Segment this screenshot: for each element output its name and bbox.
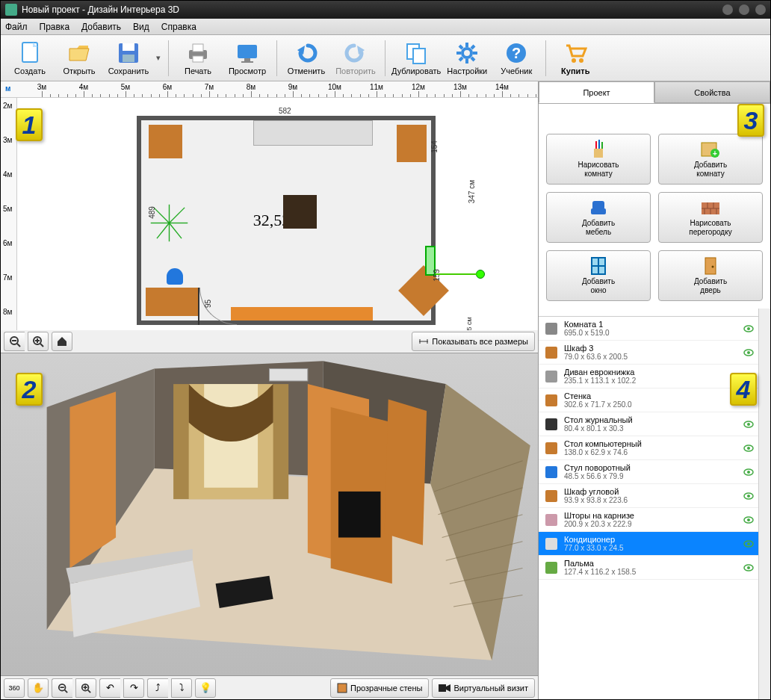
visibility-eye-icon[interactable] (743, 516, 754, 524)
tilt-up-button[interactable]: ⤴ (147, 678, 168, 698)
list-item[interactable]: Шкаф 379.0 x 63.6 x 200.5 (539, 341, 758, 365)
zoom-out-button[interactable] (4, 332, 25, 351)
svg-rect-100 (545, 323, 557, 335)
list-item[interactable]: Стол компьютерный138.0 x 62.9 x 74.6 (539, 436, 758, 460)
add-room-button[interactable]: + Добавитькомнату (658, 134, 763, 185)
visibility-eye-icon[interactable] (743, 445, 754, 452)
save-button[interactable]: Сохранить (105, 37, 152, 80)
svg-point-27 (579, 58, 583, 63)
svg-point-120 (747, 471, 750, 474)
list-item[interactable]: Шкаф угловой93.9 x 93.8 x 223.6 (539, 484, 758, 508)
chair-icon (543, 464, 560, 480)
corner-wardrobe-plan[interactable] (397, 125, 427, 162)
print-button[interactable]: Печать (175, 37, 221, 80)
object-name: Стол журнальный (564, 415, 739, 424)
menu-file[interactable]: Файл (5, 22, 28, 32)
add-window-button[interactable]: Добавитьокно (546, 250, 651, 301)
zoom-in-3d-button[interactable] (75, 678, 96, 698)
tab-project[interactable]: Проект (539, 81, 654, 103)
preview-button[interactable]: Просмотр (224, 37, 270, 80)
list-item[interactable]: Шторы на карнизе200.9 x 20.3 x 222.9 (539, 508, 758, 532)
visibility-eye-icon[interactable] (743, 492, 754, 500)
home-button[interactable] (52, 332, 72, 351)
list-item[interactable]: Пальма127.4 x 116.2 x 158.5 (539, 556, 758, 580)
svg-text:?: ? (512, 45, 521, 61)
rotate-360-button[interactable]: 360 (4, 678, 25, 698)
tab-properties[interactable]: Свойства (654, 81, 770, 103)
list-item[interactable]: Диван еврокнижка235.1 x 113.1 x 102.2 (539, 365, 758, 388)
svg-rect-121 (545, 490, 557, 502)
svg-point-102 (747, 327, 750, 330)
add-furniture-button[interactable]: Добавитьмебель (546, 192, 651, 243)
list-item[interactable]: Стенка302.6 x 71.7 x 250.0 (539, 388, 758, 412)
wardrobe-plan[interactable] (149, 125, 182, 158)
zoom-out-3d-button[interactable] (52, 678, 72, 698)
pan-button[interactable]: ✋ (28, 678, 49, 698)
chair-plan[interactable] (167, 268, 183, 285)
camera-icon (439, 684, 450, 693)
duplicate-button[interactable]: Дублировать (391, 37, 441, 80)
menu-add[interactable]: Добавить (81, 22, 121, 32)
plan-canvas[interactable]: 32,52 (17, 98, 538, 330)
menu-edit[interactable]: Правка (40, 22, 70, 32)
draw-room-button[interactable]: Нарисоватькомнату (546, 134, 651, 185)
object-list[interactable]: Комната 1695.0 x 519.0Шкаф 379.0 x 63.6 … (539, 316, 758, 699)
object-name: Стол компьютерный (564, 439, 739, 448)
redo-button[interactable]: Повторить (332, 37, 379, 80)
room-outline[interactable]: 32,52 (137, 116, 436, 325)
create-button[interactable]: Создать (7, 37, 53, 80)
visibility-eye-icon[interactable] (743, 564, 754, 572)
minimize-button[interactable] (722, 4, 733, 15)
settings-button[interactable]: Настройки (444, 37, 490, 80)
sofa-plan[interactable] (253, 120, 373, 146)
transparent-walls-button[interactable]: Прозрачные стены (330, 678, 429, 698)
save-dropdown[interactable]: ▾ (155, 53, 162, 63)
svg-rect-112 (545, 418, 557, 430)
save-icon (117, 41, 140, 65)
list-item[interactable]: Стол журнальный80.4 x 80.1 x 30.3 (539, 412, 758, 436)
window-icon (588, 256, 609, 276)
menu-view[interactable]: Вид (133, 22, 149, 32)
object-dimensions: 93.9 x 93.8 x 223.6 (564, 496, 739, 504)
svg-line-28 (154, 208, 170, 223)
svg-rect-103 (545, 347, 557, 359)
draw-partition-button[interactable]: Нарисоватьперегородку (658, 192, 763, 243)
zoom-in-button[interactable] (28, 332, 49, 351)
rotate-right-button[interactable]: ↷ (123, 678, 144, 698)
list-item[interactable]: Стул поворотный48.5 x 56.6 x 79.9 (539, 460, 758, 484)
wallunit-plan[interactable] (231, 307, 373, 320)
visibility-eye-icon[interactable] (743, 325, 754, 332)
visibility-eye-icon[interactable] (743, 468, 754, 476)
list-item[interactable]: Кондиционер77.0 x 33.0 x 24.5 (539, 532, 758, 556)
menu-help[interactable]: Справка (161, 22, 196, 32)
plant-icon (543, 560, 560, 576)
add-door-button[interactable]: Добавитьдверь (658, 250, 763, 301)
virtual-visit-button[interactable]: Виртуальный визит (432, 678, 535, 698)
visibility-eye-icon[interactable] (743, 349, 754, 356)
curtain-icon (543, 512, 560, 528)
light-button[interactable]: 💡 (195, 678, 216, 698)
buy-button[interactable]: Купить (552, 37, 598, 80)
svg-line-33 (170, 223, 182, 239)
undo-button[interactable]: Отменить (283, 37, 329, 80)
svg-rect-6 (193, 44, 203, 52)
open-button[interactable]: Открыть (56, 37, 102, 80)
scrollbar[interactable] (758, 309, 770, 699)
tilt-down-button[interactable]: ⤵ (171, 678, 192, 698)
svg-rect-77 (439, 684, 446, 692)
rotate-left-button[interactable]: ↶ (99, 678, 120, 698)
toolbar: Создать Открыть Сохранить ▾ Печать Просм… (1, 35, 770, 81)
visibility-eye-icon[interactable] (743, 421, 754, 428)
handle-dot[interactable] (476, 270, 485, 279)
show-all-sizes-button[interactable]: Показывать все размеры (412, 332, 535, 351)
close-button[interactable] (755, 4, 766, 15)
desk-plan[interactable] (146, 288, 198, 316)
svg-rect-124 (545, 514, 557, 526)
visibility-eye-icon[interactable] (743, 540, 754, 548)
tutorial-button[interactable]: ? Учебник (493, 37, 539, 80)
coffee-table-plan[interactable] (283, 195, 317, 229)
maximize-button[interactable] (739, 4, 749, 15)
list-item[interactable]: Комната 1695.0 x 519.0 (539, 317, 758, 341)
svg-marker-67 (385, 399, 427, 545)
view-3d-canvas[interactable] (1, 353, 538, 675)
